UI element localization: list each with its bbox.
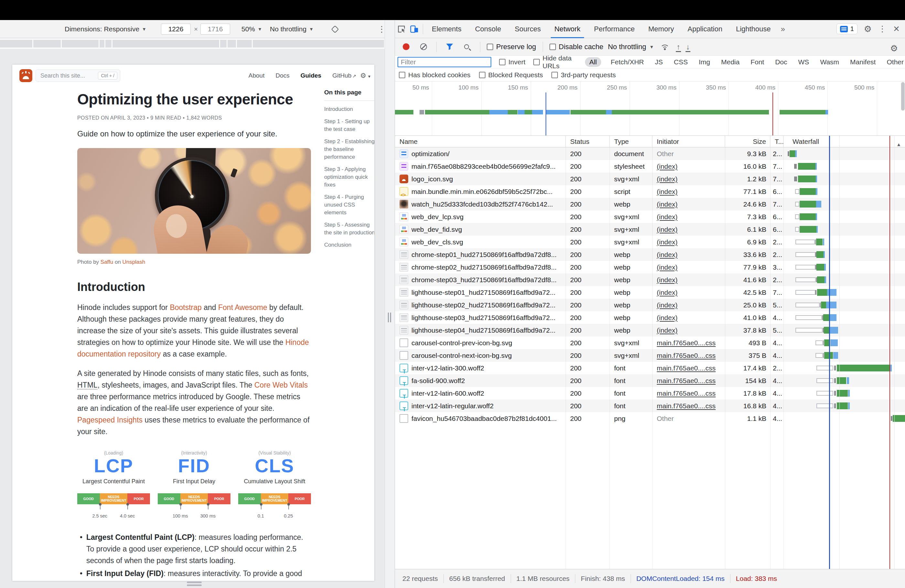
filter-type-doc[interactable]: Doc	[774, 57, 788, 67]
table-row[interactable]: web_dev_cls.svg200svg+xml(index)6.9 kB2.…	[395, 236, 905, 248]
console-messages-button[interactable]: 1	[837, 24, 857, 34]
site-nav-item-about[interactable]: About	[249, 72, 265, 79]
table-row[interactable]: fa-solid-900.woff2200fontmain.f765ae0...…	[395, 374, 905, 387]
table-row[interactable]: web_dev_fid.svg200svg+xml(index)6.1 kB6.…	[395, 223, 905, 236]
export-har-button[interactable]: ↓	[686, 44, 691, 50]
summary-item[interactable]: Load: 383 ms	[730, 574, 783, 583]
devtools-settings-button[interactable]: ⚙	[864, 24, 872, 34]
import-har-button[interactable]: ↑	[676, 44, 681, 50]
media-query-bar[interactable]	[0, 38, 385, 49]
media-query-segment[interactable]	[100, 40, 105, 48]
text-link[interactable]: Font Awesome	[218, 303, 267, 311]
table-row[interactable]: logo_icon.svg200svg+xml(index)1.2 kB7...	[395, 173, 905, 185]
device-toolbar-menu-button[interactable]: ⋮	[378, 20, 385, 38]
rotate-viewport-button[interactable]	[332, 20, 338, 38]
invert-filter-checkbox[interactable]: Invert	[499, 58, 526, 66]
panel-resize-divider[interactable]	[385, 20, 395, 588]
3rd-party-requests-checkbox[interactable]: 3rd-party requests	[551, 71, 616, 79]
table-row[interactable]: watch_hu25d333fcded103db2f52f7476cb142..…	[395, 198, 905, 210]
media-query-segment[interactable]	[113, 40, 219, 48]
tab-lighthouse[interactable]: Lighthouse	[729, 20, 778, 38]
search-network-button[interactable]	[460, 40, 473, 53]
viewport-width-input[interactable]	[161, 24, 191, 35]
filter-type-manifest[interactable]: Manifest	[849, 57, 877, 67]
table-row[interactable]: main.f765ae08b8293ceeb4b0de56699e2fafc9.…	[395, 160, 905, 173]
request-initiator[interactable]: (index)	[657, 175, 678, 183]
blocked-requests-checkbox[interactable]: Blocked Requests	[479, 71, 543, 79]
request-initiator[interactable]: (index)	[657, 276, 678, 283]
column-header-time[interactable]: T...	[770, 136, 783, 148]
toc-item[interactable]: Step 2 - Establishing the baseline perfo…	[324, 138, 374, 161]
media-query-segment[interactable]	[227, 40, 236, 48]
toc-item[interactable]: Step 3 - Applying optimization quick fix…	[324, 165, 374, 189]
toggle-device-toolbar-button[interactable]	[408, 22, 421, 35]
request-initiator[interactable]: main.f765ae0....css	[657, 377, 716, 385]
request-initiator[interactable]: (index)	[657, 213, 678, 221]
tab-application[interactable]: Application	[681, 20, 729, 38]
site-search-input[interactable]: Search this site... Ctrl + /	[36, 70, 120, 82]
media-query-segment[interactable]	[253, 40, 384, 48]
dimensions-dropdown[interactable]: Dimensions: Responsive ▼	[65, 20, 146, 38]
site-nav-item-docs[interactable]: Docs	[275, 72, 289, 79]
toc-item[interactable]: Step 5 - Assessing the site in productio…	[324, 221, 374, 237]
site-theme-dropdown[interactable]: ⚙ ▾	[360, 72, 370, 79]
toc-item[interactable]: Introduction	[324, 105, 374, 113]
filter-type-ws[interactable]: WS	[797, 57, 811, 67]
request-initiator[interactable]: (index)	[657, 226, 678, 233]
request-initiator[interactable]: (index)	[657, 238, 678, 246]
media-query-segment[interactable]	[237, 40, 252, 48]
site-nav-item-guides[interactable]: Guides	[300, 72, 321, 79]
request-initiator[interactable]: main.f765ae0....css	[657, 389, 716, 397]
request-initiator[interactable]: (index)	[657, 326, 678, 334]
request-initiator[interactable]: (index)	[657, 264, 678, 271]
table-row[interactable]: carousel-control-next-icon-bg.svg200svg+…	[395, 349, 905, 362]
request-initiator[interactable]: (index)	[657, 251, 678, 258]
toc-item[interactable]: Conclusion	[324, 241, 374, 249]
filter-type-font[interactable]: Font	[749, 57, 765, 67]
viewport-resize-handle[interactable]	[187, 580, 202, 586]
media-query-segment[interactable]	[62, 40, 98, 48]
devtools-menu-button[interactable]: ⋮	[878, 24, 887, 34]
viewport-height-input[interactable]	[200, 24, 230, 35]
network-overview-timeline[interactable]: 50 ms100 ms150 ms200 ms250 ms300 ms350 m…	[395, 81, 905, 136]
tab-memory[interactable]: Memory	[641, 20, 681, 38]
request-initiator[interactable]: main.f765ae0....css	[657, 364, 716, 372]
column-header-name[interactable]: Name	[395, 136, 566, 148]
network-settings-button[interactable]: ⚙	[888, 42, 900, 55]
table-row[interactable]: optimization/200documentOther9.3 kB2...	[395, 148, 905, 160]
filter-type-css[interactable]: CSS	[673, 57, 689, 67]
column-header-type[interactable]: Type	[610, 136, 652, 148]
request-initiator[interactable]: (index)	[657, 314, 678, 321]
media-query-segment[interactable]	[220, 40, 227, 48]
table-row[interactable]: inter-v12-latin-regular.woff2200fontmain…	[395, 399, 905, 412]
filter-type-img[interactable]: Img	[697, 57, 711, 67]
toc-item[interactable]: Step 1 - Setting up the test case	[324, 118, 374, 133]
tab-network[interactable]: Network	[548, 20, 587, 38]
filter-type-all[interactable]: All	[585, 57, 601, 67]
hide-data-urls-checkbox[interactable]: Hide data URLs	[533, 54, 578, 70]
table-row[interactable]: carousel-control-prev-icon-bg.svg200svg+…	[395, 337, 905, 349]
toc-item[interactable]: Step 4 - Purging unused CSS elements	[324, 193, 374, 216]
tab-console[interactable]: Console	[468, 20, 508, 38]
disable-cache-checkbox[interactable]: Disable cache	[549, 43, 603, 51]
request-initiator[interactable]: (index)	[657, 163, 678, 170]
more-tabs-button[interactable]: »	[778, 25, 788, 33]
table-row[interactable]: inter-v12-latin-600.woff2200fontmain.f76…	[395, 387, 905, 399]
network-filter-input[interactable]	[398, 57, 491, 67]
text-link[interactable]: Core Web Vitals	[254, 381, 308, 389]
text-link[interactable]: Saffu	[100, 259, 113, 265]
table-row[interactable]: web_dev_lcp.svg200svg+xml(index)7.3 kB6.…	[395, 210, 905, 223]
text-link[interactable]: Bootstrap	[170, 303, 202, 311]
text-link[interactable]: Unsplash	[122, 259, 145, 265]
tab-elements[interactable]: Elements	[425, 20, 468, 38]
filter-toggle-button[interactable]	[443, 40, 456, 53]
record-network-log-button[interactable]	[400, 40, 413, 53]
filter-type-fetch-xhr[interactable]: Fetch/XHR	[610, 57, 645, 67]
table-row[interactable]: chrome-step03_hud27150869f16affbd9a72df8…	[395, 273, 905, 286]
table-row[interactable]: inter-v12-latin-300.woff2200fontmain.f76…	[395, 362, 905, 374]
site-nav-item-github[interactable]: GitHub↗	[332, 72, 356, 79]
table-row[interactable]: chrome-step02_hud27150869f16affbd9a72df8…	[395, 261, 905, 273]
text-link[interactable]: Pagespeed Insights	[77, 416, 143, 424]
request-initiator[interactable]: (index)	[657, 200, 678, 208]
network-throttling-dropdown[interactable]: No throttling ▼	[608, 43, 654, 51]
